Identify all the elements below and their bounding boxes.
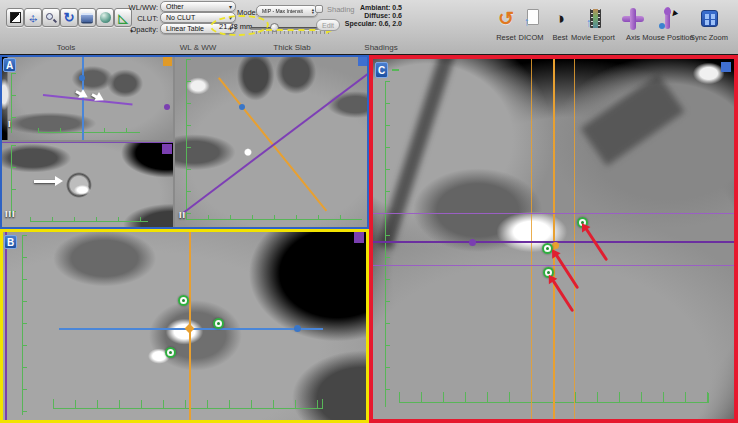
viewport-a: A I III II (0, 55, 369, 229)
blue-axis-handle[interactable] (294, 325, 301, 332)
blue-axis-handle[interactable] (79, 75, 85, 81)
plane-label-iii: III (5, 209, 16, 219)
slab-boundary-orange-line[interactable] (531, 59, 532, 419)
pan-v-glyph: ↕ (30, 9, 37, 24)
3d-ball-tool-button[interactable] (96, 8, 114, 27)
red-annotation-arrow (555, 254, 579, 289)
green-point-marker[interactable] (165, 347, 176, 358)
specular-value: Specular: 0.6, 2.0 (330, 20, 402, 28)
chevron-down-icon: ▾ (229, 3, 232, 10)
ruler (186, 215, 362, 220)
ruler (38, 128, 140, 133)
thick-slab-tool-button[interactable] (78, 8, 96, 27)
sync-zoom-icon (701, 10, 718, 27)
red-annotation-arrow (585, 228, 608, 261)
crosshair-purple-vertical[interactable] (5, 232, 7, 420)
stepper-icon: ▴▾ (312, 8, 314, 14)
clut-label: CLUT: (118, 14, 158, 23)
green-tick (392, 69, 399, 71)
mpr-viewer-window: ↔↕ ↻ ◺ ▼ Tools WL/WW: Other▾ CLUT: No CL… (0, 0, 738, 423)
crosshair-orange-vertical[interactable] (553, 59, 555, 419)
blue-plane-handle[interactable] (721, 62, 731, 72)
best-icon: ◑ (555, 10, 565, 27)
shadings-section-label: Shadings (364, 43, 397, 52)
sync-zoom-button[interactable]: Sync Zoom (682, 4, 736, 42)
ruler (11, 145, 16, 217)
viewport-c: C (369, 55, 738, 423)
ct-image-plane-i[interactable]: A I (2, 57, 173, 140)
zoom-tool-button[interactable] (42, 8, 60, 27)
vessel-shadow (580, 74, 684, 166)
plane-label-ii: II (179, 210, 186, 220)
3d-ball-icon (100, 12, 111, 23)
slab-boundary-purple-line[interactable] (373, 265, 734, 266)
ruler (53, 400, 323, 409)
toolbar: ↔↕ ↻ ◺ ▼ Tools WL/WW: Other▾ CLUT: No CL… (0, 0, 738, 55)
mode-value: MIP - Max Intensity Pro (262, 8, 303, 14)
wlww-section-label: WL & WW (180, 43, 217, 52)
pan-tool-button[interactable]: ↔↕ (24, 8, 42, 27)
magnifier-icon (45, 12, 57, 24)
purple-axis-handle[interactable] (469, 239, 476, 246)
mouse-position-icon: ▲ (657, 7, 679, 31)
ct-image-plane-ii[interactable]: II (175, 57, 367, 227)
orange-plane-handle[interactable] (163, 57, 172, 66)
opacity-label: Opacity: (118, 25, 158, 34)
wlww-label: WL/WW: (118, 3, 158, 12)
wl-contrast-tool-button[interactable] (6, 8, 24, 27)
axis-label: Axis (626, 33, 640, 42)
movie-export-icon: ↑ (586, 9, 601, 29)
purple-axis-handle[interactable] (164, 104, 170, 110)
ruler (186, 59, 191, 217)
ruler (22, 235, 27, 415)
orange-center-handle[interactable] (185, 324, 195, 334)
plane-label-i: I (8, 119, 12, 129)
pan-icon: ↔↕ (26, 11, 40, 25)
diffuse-value: Diffuse: 0.6 (330, 12, 402, 20)
ruler (385, 81, 390, 407)
rotate-tool-button[interactable]: ↻ (60, 8, 78, 27)
wlww-value: Other (166, 3, 227, 10)
ct-image-plane-c[interactable]: C (373, 59, 734, 419)
thick-slab-section-label: Thick Slab (273, 43, 310, 52)
viewport-b: B (0, 229, 369, 423)
purple-plane-handle[interactable] (162, 144, 172, 154)
slab-boundary-purple-line[interactable] (373, 213, 734, 214)
blue-plane-handle[interactable] (358, 57, 367, 66)
mode-dropdown[interactable]: MIP - Max Intensity Pro ▴▾ (256, 5, 318, 17)
shading-checkbox[interactable] (315, 5, 323, 13)
green-point-marker[interactable] (178, 295, 189, 306)
crosshair-purple-diagonal[interactable] (183, 73, 367, 213)
viewport-a-badge: A (3, 58, 16, 72)
shading-values: Ambiant: 0.5 Diffuse: 0.6 Specular: 0.6,… (330, 4, 402, 29)
sync-zoom-label: Sync Zoom (690, 33, 728, 42)
green-point-marker[interactable] (213, 318, 224, 329)
white-annotation-arrow (34, 180, 56, 183)
red-annotation-arrow (552, 280, 575, 313)
wl-contrast-icon (10, 12, 21, 23)
thick-slab-icon (81, 13, 93, 22)
viewport-c-badge: C (375, 62, 388, 78)
tools-section-label: Tools (57, 43, 76, 52)
slider-tick-marks (252, 31, 332, 34)
ruler (30, 217, 148, 222)
wlww-dropdown[interactable]: Other▾ (160, 1, 236, 12)
viewport-b-badge: B (4, 235, 17, 249)
small-white-arrowhead (91, 93, 98, 98)
ambient-value: Ambiant: 0.5 (330, 4, 402, 12)
ct-image-plane-iii[interactable]: III (2, 142, 173, 227)
rotate-icon: ↻ (64, 11, 75, 24)
ct-image-plane-b[interactable]: B (3, 232, 366, 420)
slab-boundary-orange-line[interactable] (574, 59, 575, 419)
purple-plane-handle[interactable] (354, 232, 364, 243)
small-white-arrowhead (75, 90, 82, 95)
blue-axis-handle[interactable] (239, 104, 245, 110)
